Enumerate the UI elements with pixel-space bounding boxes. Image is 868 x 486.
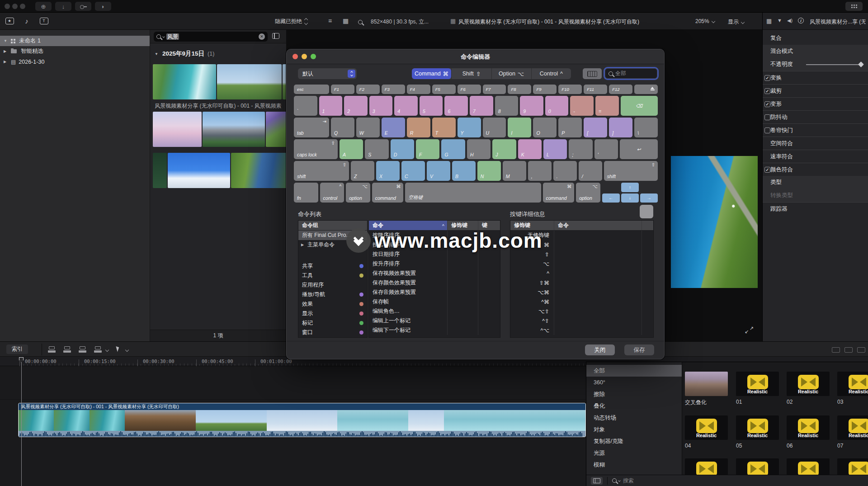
key-D[interactable]: D — [391, 139, 414, 159]
command-row[interactable]: 编辑上一个标记 — [369, 316, 500, 326]
clip-thumbnail[interactable] — [153, 112, 202, 147]
key-E[interactable]: E — [382, 118, 405, 137]
command-group-row[interactable]: 工具 — [298, 271, 367, 280]
clip-filmstrip[interactable] — [153, 112, 286, 147]
inspector-row-4[interactable]: ✓变换 — [763, 71, 868, 84]
key-W[interactable]: W — [356, 118, 380, 137]
command-group-row[interactable]: 播放/导航 — [298, 290, 367, 299]
key-F10[interactable]: F10 — [558, 85, 582, 94]
sidebar-item-2[interactable]: ▶智能精选 — [0, 46, 150, 57]
add-icon[interactable]: ⊕ — [35, 2, 52, 11]
date-group-header[interactable]: ▼ 2025年9月15日 (1) — [155, 50, 214, 58]
chevron-down-icon[interactable] — [105, 348, 109, 352]
filmstrip-view-icon[interactable]: ▦ — [343, 17, 349, 24]
key-detail-row[interactable]: ^⌘ — [510, 297, 653, 307]
key-arrow-up[interactable]: ↑ — [621, 183, 639, 192]
close-window-icon[interactable] — [5, 4, 10, 9]
color-inspector-icon[interactable]: ▼ — [777, 18, 782, 23]
key-3[interactable]: 3 — [369, 96, 393, 116]
key-sym[interactable]: ; — [569, 139, 592, 159]
inspector-row-13[interactable]: 转换类型 — [763, 189, 868, 202]
key-sym[interactable]: \ — [634, 118, 658, 137]
key-1[interactable]: 1 — [319, 96, 343, 116]
command-row[interactable]: 按日期排序 — [369, 250, 500, 259]
key-sym[interactable]: ` — [294, 96, 317, 116]
key-option[interactable]: option⌥ — [346, 183, 370, 203]
marker-list-icon[interactable] — [832, 347, 840, 353]
key-sym[interactable]: - — [570, 96, 594, 116]
clip-thumbnail[interactable] — [266, 112, 286, 147]
sidebar-item-1[interactable]: ▼未命名 1 — [0, 36, 150, 46]
modifier-column-header[interactable]: 修饰键 — [510, 221, 554, 230]
key-A[interactable]: A — [340, 139, 363, 159]
key-F1[interactable]: F1 — [331, 85, 354, 94]
keyboard-highlight-button[interactable] — [583, 68, 602, 79]
command-row[interactable]: 编辑角色… — [369, 307, 500, 316]
key-Y[interactable]: Y — [458, 118, 481, 137]
display-dropdown[interactable]: 显示 — [728, 18, 744, 26]
key-9[interactable]: 9 — [520, 96, 543, 116]
transition-tile[interactable]: Realistic — [837, 372, 868, 396]
key-esc[interactable]: esc — [294, 85, 329, 94]
transition-category-7[interactable]: 复制器/克隆 — [586, 435, 682, 447]
clip-filmstrip[interactable] — [153, 64, 286, 99]
search-input[interactable]: 风景 ✕ — [154, 32, 268, 42]
command-row[interactable]: 按降序排序 — [369, 231, 500, 240]
inspector-row-3[interactable]: 不透明度 — [763, 58, 868, 71]
key-arrow-right[interactable]: → — [640, 193, 658, 203]
key-sym[interactable]: = — [595, 96, 619, 116]
sidebar-toggle-button[interactable] — [591, 477, 603, 485]
transition-category-1[interactable]: 全部 — [586, 365, 682, 377]
command-group-row[interactable]: 窗口 — [298, 328, 367, 337]
command-column-header[interactable]: 命令^ — [369, 221, 447, 230]
key-sym[interactable]: ' — [594, 139, 618, 159]
titles-generators-icon[interactable]: T — [38, 15, 50, 26]
key-P[interactable]: P — [558, 118, 582, 137]
key-tab[interactable]: tab⇥ — [294, 118, 329, 137]
save-button[interactable]: 保存 — [624, 344, 654, 355]
key-sym[interactable]: , — [528, 161, 552, 181]
workspace-grid-button[interactable] — [845, 2, 863, 11]
key-column-header[interactable]: 键 — [478, 221, 500, 230]
key-eject[interactable] — [634, 85, 658, 94]
key-F[interactable]: F — [416, 139, 439, 159]
checkbox[interactable]: ✓ — [764, 88, 770, 94]
key-arrow-left[interactable]: ← — [602, 193, 620, 203]
key-4[interactable]: 4 — [394, 96, 418, 116]
key-O[interactable]: O — [533, 118, 557, 137]
key-M[interactable]: M — [503, 161, 526, 181]
command-group-row[interactable]: 共享 — [298, 261, 367, 271]
command-group-row[interactable]: 所有 Final Cut Pro... — [298, 231, 367, 240]
key-H[interactable]: H — [467, 139, 491, 159]
key-G[interactable]: G — [441, 139, 465, 159]
disclosure-icon[interactable]: ▼ — [155, 52, 159, 56]
transition-category-3[interactable]: 擦除 — [586, 388, 682, 400]
key-R[interactable]: R — [407, 118, 430, 137]
key-detail-row[interactable]: ^ — [510, 269, 653, 278]
checkbox[interactable]: ✓ — [764, 167, 770, 173]
key-0[interactable]: 0 — [545, 96, 569, 116]
command-row[interactable]: 保存帧 — [369, 297, 500, 307]
key-F5[interactable]: F5 — [432, 85, 456, 94]
transition-tile[interactable]: Realistic — [787, 415, 830, 440]
command-group-row[interactable]: ▶主菜单命令 — [298, 240, 367, 250]
key-N[interactable]: N — [477, 161, 501, 181]
append-clip-icon[interactable] — [79, 346, 86, 353]
opacity-slider[interactable] — [806, 64, 863, 65]
key-command[interactable]: command⌘ — [372, 183, 404, 203]
insert-clip-icon[interactable] — [63, 346, 71, 353]
clip-thumbnail[interactable] — [203, 112, 265, 147]
key-F8[interactable]: F8 — [508, 85, 531, 94]
key-capslock[interactable]: caps lock⇪ — [294, 139, 338, 159]
chevron-down-icon[interactable] — [125, 348, 129, 352]
key-detail-row[interactable]: ⇧⌘ — [510, 278, 653, 288]
command-search-input[interactable]: 全部 — [605, 68, 657, 79]
disclosure-icon[interactable]: ▶ — [4, 60, 8, 64]
transition-category-4[interactable]: 叠化 — [586, 400, 682, 412]
clip-thumbnail[interactable] — [168, 153, 230, 188]
key-7[interactable]: 7 — [470, 96, 493, 116]
expand-viewer-icon[interactable]: ↗↙ — [745, 326, 754, 335]
key-F2[interactable]: F2 — [356, 85, 380, 94]
inspector-row-1[interactable]: 复合 — [763, 32, 868, 45]
info-inspector-icon[interactable]: i — [798, 18, 804, 24]
